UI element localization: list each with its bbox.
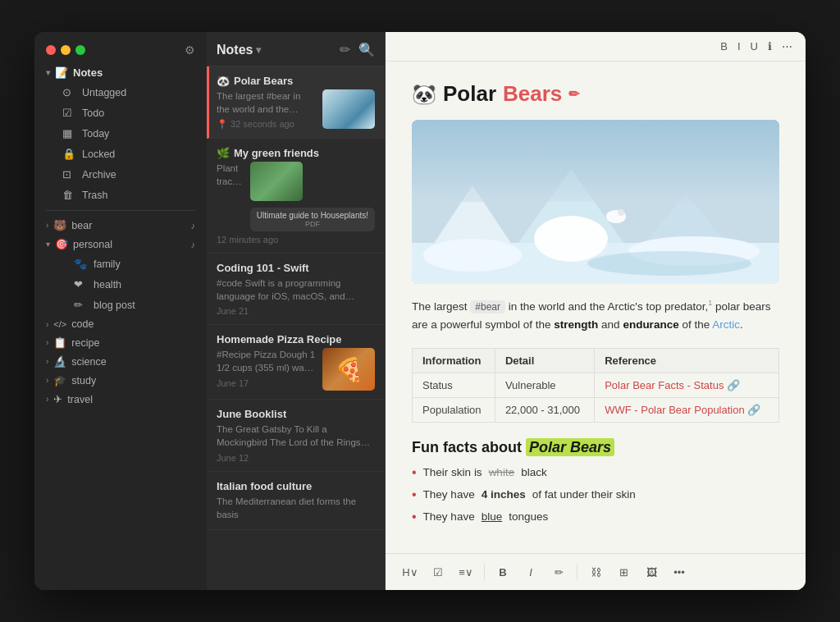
pdf-chip: Ultimate guide to Houseplants! PDF [250, 208, 375, 231]
bottom-toolbar: H∨ ☑ ≡∨ B I ✏ ⛓ ⊞ 🖼 ••• [386, 553, 806, 590]
notes-folder-icon: 📝 [55, 66, 68, 79]
note-item-polar-bears[interactable]: 🐼 Polar Bears The largest #bear in the w… [207, 66, 385, 139]
more-button[interactable]: ••• [668, 560, 691, 583]
note-preview: The Mediterranean diet forms the basis [217, 495, 375, 521]
today-icon: ▦ [62, 127, 75, 139]
info-toolbar-btn[interactable]: ℹ [768, 40, 772, 53]
todo-icon: ☑ [62, 107, 75, 119]
svg-point-5 [423, 239, 522, 272]
sidebar-item-locked[interactable]: 🔒 Locked [39, 144, 202, 163]
pencil-button[interactable]: ✏ [547, 560, 570, 583]
trash-icon: 🗑 [62, 189, 75, 201]
italic-button[interactable]: I [519, 560, 542, 583]
sidebar-group-label: bear [71, 220, 92, 231]
travel-group-icon: ✈ [53, 393, 62, 405]
sidebar-group-science[interactable]: › 🔬 science [34, 352, 207, 371]
sidebar-item-todo[interactable]: ☑ Todo [39, 103, 202, 122]
compose-icon[interactable]: ✏ [340, 42, 350, 57]
list-button[interactable]: ≡∨ [454, 560, 477, 583]
sidebar-group-recipe[interactable]: › 📋 recipe [34, 333, 207, 352]
sidebar-item-label: Today [82, 128, 109, 139]
title-chevron-icon: ▾ [256, 44, 261, 56]
chevron-right-icon: › [46, 221, 48, 230]
note-item-coding-swift[interactable]: Coding 101 - Swift #code Swift is a prog… [207, 254, 385, 325]
science-group-icon: 🔬 [53, 355, 66, 368]
sidebar-item-untagged[interactable]: ⊙ Untagged [39, 83, 202, 102]
notes-list-title-text: Notes [217, 43, 253, 57]
table-cell-pop-ref[interactable]: WWF - Polar Bear Population 🔗 [595, 398, 779, 423]
link-button[interactable]: ⛓ [584, 560, 607, 583]
sidebar-notes-section: ▾ 📝 Notes [34, 63, 207, 82]
sidebar-item-health[interactable]: ❤ health [39, 275, 202, 294]
minimize-button[interactable] [61, 45, 71, 55]
table-button[interactable]: ⊞ [612, 560, 635, 583]
table-cell-status-value: Vulnerable [495, 373, 594, 398]
note-preview: #code Swift is a programming language fo… [217, 277, 375, 303]
wwf-link[interactable]: WWF - Polar Bear Population 🔗 [605, 404, 760, 416]
code-group-icon: </> [53, 319, 66, 329]
edit-title-icon[interactable]: ✏ [568, 86, 579, 102]
notes-list-panel: Notes ▾ ✏ 🔍 🐼 Polar Bears The largest #b… [207, 32, 386, 590]
image-button[interactable]: 🖼 [640, 560, 663, 583]
note-item-pizza-recipe[interactable]: Homemade Pizza Recipe #Recipe Pizza Doug… [207, 325, 385, 400]
chevron-right-icon: › [46, 357, 48, 366]
note-item-italian-food[interactable]: Italian food culture The Mediterranean d… [207, 472, 385, 530]
app-window: ⚙ ▾ 📝 Notes ⊙ Untagged ☑ Todo ▦ Today 🔒 … [34, 32, 806, 590]
sidebar-group-bear[interactable]: › 🐻 bear ♪ [34, 216, 207, 235]
bold-button[interactable]: B [491, 560, 514, 583]
fun-facts-highlight: Polar Bears [526, 438, 614, 456]
sidebar-item-family[interactable]: 🐾 family [39, 254, 202, 273]
maximize-button[interactable] [75, 45, 85, 55]
polar-facts-link[interactable]: Polar Bear Facts - Status 🔗 [605, 379, 740, 391]
sidebar-item-label: Trash [82, 190, 108, 201]
search-icon[interactable]: 🔍 [358, 42, 375, 57]
note-item-june-booklist[interactable]: June Booklist The Great Gatsby To Kill a… [207, 400, 385, 471]
sidebar-item-label: Todo [82, 107, 104, 119]
toolbar-right: B I U ℹ ⋯ [720, 40, 792, 53]
note-thumbnail [322, 348, 375, 391]
traffic-lights [46, 45, 85, 55]
sidebar-notes-label: Notes [73, 66, 103, 79]
checkbox-button[interactable]: ☑ [427, 560, 450, 583]
sidebar-group-travel[interactable]: › ✈ travel [34, 390, 207, 409]
arctic-link[interactable]: Arctic [712, 318, 740, 331]
table-cell-pop-label: Populalation [413, 398, 495, 423]
note-preview: The Great Gatsby To Kill a Mockingbird T… [217, 423, 375, 449]
bold-toolbar-btn[interactable]: B [720, 40, 728, 53]
note-body-text: The largest #bear in the world and the A… [412, 297, 779, 335]
sidebar-group-code[interactable]: › </> code [34, 315, 207, 333]
heading-button[interactable]: H∨ [399, 560, 422, 583]
note-preview: The largest #bear in the world and the A… [217, 89, 316, 116]
sidebar-group-study[interactable]: › 🎓 study [34, 371, 207, 390]
sidebar-item-blog-post[interactable]: ✏ blog post [39, 295, 202, 314]
sidebar-controls-icon[interactable]: ⚙ [185, 43, 195, 57]
tag-chip-bear[interactable]: #bear [470, 300, 505, 313]
sidebar-item-today[interactable]: ▦ Today [39, 124, 202, 143]
underline-toolbar-btn[interactable]: U [751, 40, 758, 53]
note-preview: #Recipe Pizza Dough 1 1/2 cups (355 ml) … [217, 348, 316, 374]
note-item-green-friends[interactable]: 🌿 My green friends Plant tracker 🌿 Plant… [207, 139, 385, 254]
underline-fact-text: blue [482, 509, 503, 525]
fun-facts-list: Their skin is white black They have 4 in… [412, 464, 779, 525]
sidebar-item-label: Locked [82, 149, 115, 160]
sidebar-item-label: Untagged [82, 87, 126, 98]
note-title: Coding 101 - Swift [217, 262, 375, 274]
pdf-label: Ultimate guide to Houseplants! [257, 211, 368, 220]
sidebar-group-label: science [71, 356, 106, 368]
note-time: June 17 [217, 378, 316, 388]
note-emoji: 🌿 [217, 147, 230, 159]
close-button[interactable] [46, 45, 56, 55]
chevron-right-icon: › [46, 395, 48, 404]
table-cell-status-ref[interactable]: Polar Bear Facts - Status 🔗 [595, 373, 779, 398]
more-toolbar-btn[interactable]: ⋯ [782, 40, 792, 53]
italic-toolbar-btn[interactable]: I [737, 40, 741, 53]
archive-icon: ⊡ [62, 168, 75, 181]
note-title: 🐼 Polar Bears [217, 75, 375, 87]
notes-list-title: Notes ▾ [217, 43, 261, 57]
sidebar-group-personal[interactable]: ▾ 🎯 personal ♪ [34, 235, 207, 254]
sidebar-item-trash[interactable]: 🗑 Trash [39, 185, 202, 204]
note-time: June 21 [217, 306, 375, 316]
personal-group-icon: 🎯 [55, 238, 68, 250]
sidebar-item-archive[interactable]: ⊡ Archive [39, 165, 202, 184]
table-header-reference: Reference [595, 349, 779, 373]
